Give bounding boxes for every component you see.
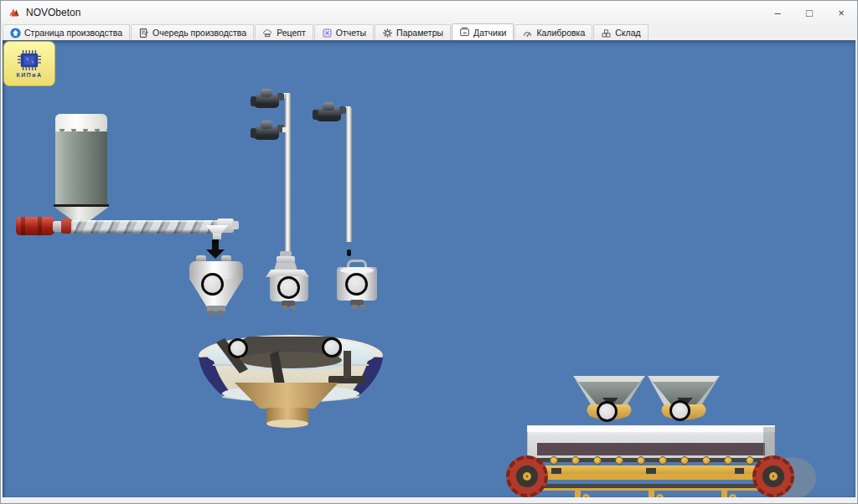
tab-warehouse[interactable]: Склад xyxy=(593,24,648,40)
chip-icon xyxy=(17,49,42,71)
scada-canvas: КИПиА xyxy=(3,40,855,497)
tab-recipe[interactable]: Рецепт xyxy=(255,24,313,40)
dosing-pump-1 xyxy=(251,88,284,110)
warehouse-icon xyxy=(601,28,612,39)
weigh-hopper-sensor-indicator[interactable] xyxy=(201,273,224,296)
aggregate-hopper-1-sensor-indicator[interactable] xyxy=(597,401,618,422)
mixer-right-sensor-indicator[interactable] xyxy=(322,337,342,357)
mixer-left-sensor-indicator[interactable] xyxy=(228,338,248,358)
tab-production-queue[interactable]: Очередь производства xyxy=(131,24,254,40)
conveyor-gear-right xyxy=(752,455,794,497)
conveyor-gear-left xyxy=(506,455,548,497)
calibration-icon xyxy=(522,28,533,39)
aggregate-hopper-2-sensor-indicator[interactable] xyxy=(669,400,690,421)
tab-sensors[interactable]: Датчики xyxy=(452,23,514,40)
tab-production-page[interactable]: Страница производства xyxy=(3,24,130,40)
tab-reports[interactable]: Отчеты xyxy=(314,24,374,40)
minimize-button[interactable]: – xyxy=(762,1,793,24)
maximize-button[interactable]: □ xyxy=(793,1,825,24)
tab-calibration[interactable]: Калибровка xyxy=(514,24,592,40)
window-title: NOVObeton xyxy=(26,7,80,18)
window-controls: – □ × xyxy=(762,1,857,24)
reports-icon xyxy=(322,28,333,39)
close-button[interactable]: × xyxy=(825,1,857,24)
tab-parameters[interactable]: Параметры xyxy=(375,24,451,40)
parameters-icon xyxy=(382,28,393,39)
home-icon xyxy=(10,28,21,39)
app-icon xyxy=(8,6,21,19)
water-vessel-sensor-indicator[interactable] xyxy=(277,276,300,299)
dosing-pump-3 xyxy=(313,101,346,123)
sensors-icon xyxy=(459,27,470,38)
tab-bar: Страница производства Очередь производст… xyxy=(1,24,857,40)
production-queue-icon xyxy=(138,28,149,39)
recipe-icon xyxy=(262,28,273,39)
screw-tube xyxy=(71,220,219,234)
kipia-button-label: КИПиА xyxy=(16,72,42,78)
app-window: NOVObeton – □ × Страница производства Оч… xyxy=(0,0,858,504)
dosing-pump-2 xyxy=(251,120,284,141)
additive-vessel-sensor-indicator[interactable] xyxy=(345,273,368,296)
kipia-button[interactable]: КИПиА xyxy=(3,41,55,86)
title-bar: NOVObeton – □ × xyxy=(1,1,857,24)
mixer-bowl xyxy=(196,332,385,429)
